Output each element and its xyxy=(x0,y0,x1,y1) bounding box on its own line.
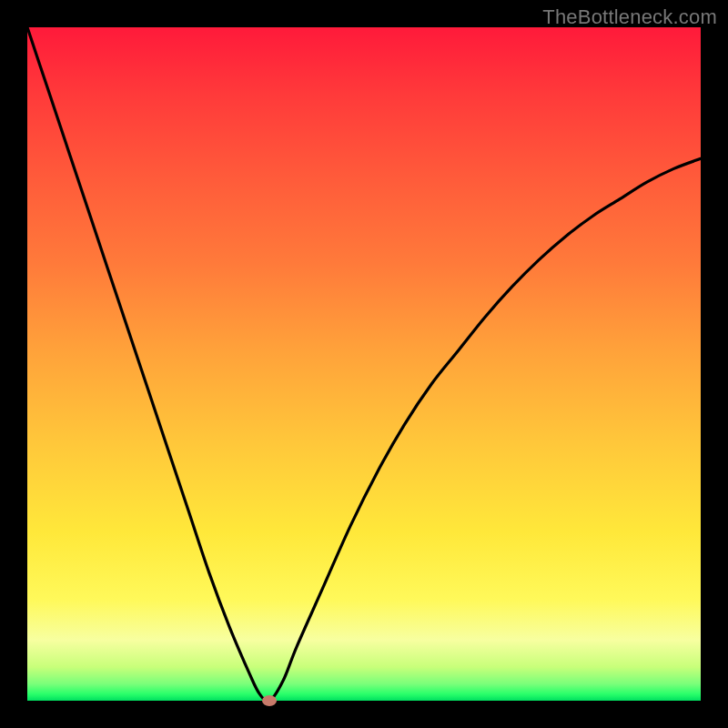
curve-svg xyxy=(27,27,701,701)
watermark-text: TheBottleneck.com xyxy=(542,5,717,29)
bottleneck-curve xyxy=(27,27,701,701)
chart-container: TheBottleneck.com xyxy=(0,0,728,728)
plot-area xyxy=(27,27,701,701)
minimum-marker-dot xyxy=(262,695,277,706)
